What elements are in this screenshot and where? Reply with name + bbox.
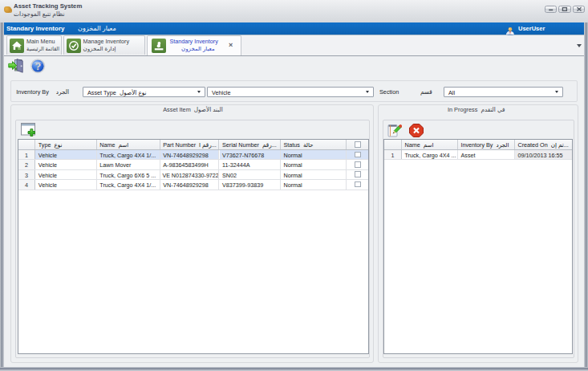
svg-text:?: ? [34,60,41,71]
